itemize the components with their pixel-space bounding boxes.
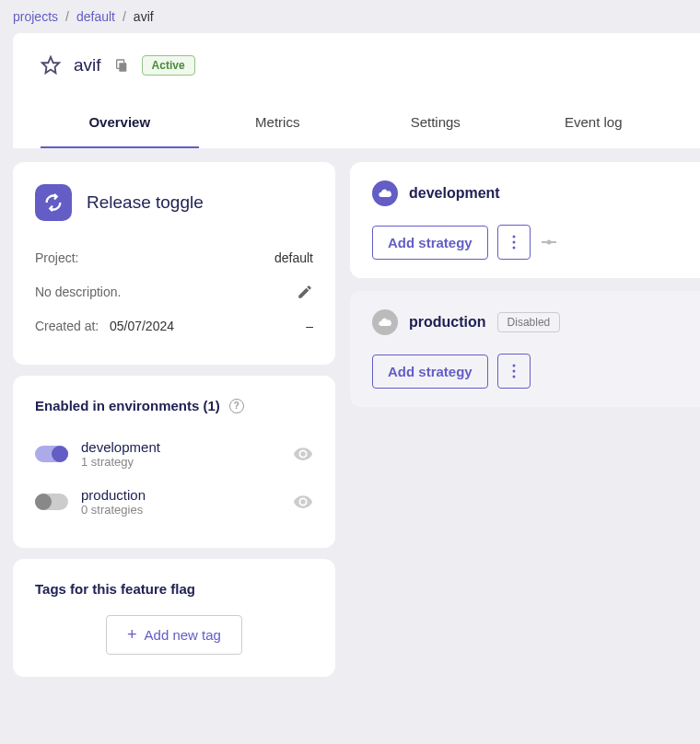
dots-vertical-icon <box>512 364 516 378</box>
project-row: Project: default <box>35 241 313 274</box>
more-button[interactable] <box>497 354 531 389</box>
svg-point-3 <box>512 236 515 238</box>
svg-rect-1 <box>119 63 126 71</box>
created-label: Created at: <box>35 319 99 333</box>
eye-icon[interactable] <box>293 492 313 512</box>
breadcrumb-projects[interactable]: projects <box>13 9 58 24</box>
tabs: Overview Metrics Settings Event log <box>13 98 700 148</box>
tab-overview[interactable]: Overview <box>41 98 199 148</box>
env-name: development <box>81 439 280 455</box>
env-sub: 1 strategy <box>81 455 280 469</box>
environments-card: Enabled in environments (1) ? developmen… <box>13 376 335 548</box>
env-card-development: development Add strategy <box>350 162 700 278</box>
star-icon[interactable] <box>41 55 61 76</box>
env-row-development: development 1 strategy <box>35 430 313 478</box>
created-value: 05/07/2024 <box>110 319 174 333</box>
env-row-production: production 0 strategies <box>35 478 313 526</box>
release-title: Release toggle <box>87 192 204 213</box>
env-actions: Add strategy <box>372 225 678 260</box>
disabled-badge: Disabled <box>497 312 561 332</box>
release-card: Release toggle Project: default No descr… <box>13 162 335 365</box>
breadcrumb-separator: / <box>65 9 69 24</box>
env-actions: Add strategy <box>372 354 678 389</box>
dots-vertical-icon <box>512 235 516 250</box>
add-strategy-button[interactable]: Add strategy <box>372 226 488 260</box>
tags-title: Tags for this feature flag <box>35 581 313 597</box>
svg-point-5 <box>512 247 515 250</box>
plus-icon: + <box>127 625 137 645</box>
breadcrumb-separator: / <box>122 9 126 24</box>
more-button[interactable] <box>497 225 531 260</box>
tab-metrics[interactable]: Metrics <box>199 98 357 148</box>
description-text: No description. <box>35 285 121 299</box>
title-row: avif Active <box>13 33 700 98</box>
environments-title: Enabled in environments (1) ? <box>35 398 313 413</box>
tab-eventlog[interactable]: Event log <box>515 98 673 148</box>
svg-point-9 <box>512 370 515 373</box>
svg-point-7 <box>546 240 551 245</box>
right-column: development Add strategy <box>350 162 700 407</box>
add-tag-button[interactable]: + Add new tag <box>106 615 242 655</box>
env-card-name: production <box>409 314 486 331</box>
archive-value: – <box>306 319 313 333</box>
env-card-name: development <box>409 185 500 202</box>
help-icon[interactable]: ? <box>229 399 244 413</box>
release-header: Release toggle <box>35 184 313 221</box>
tags-card: Tags for this feature flag + Add new tag <box>13 559 335 677</box>
breadcrumb: projects / default / avif <box>0 0 700 33</box>
svg-point-8 <box>512 365 515 367</box>
description-row: No description. <box>35 274 313 309</box>
env-info: production 0 strategies <box>81 487 280 517</box>
feature-title: avif <box>74 55 101 76</box>
tab-settings[interactable]: Settings <box>356 98 515 148</box>
svg-marker-0 <box>42 57 59 73</box>
env-info: development 1 strategy <box>81 439 280 469</box>
release-toggle-icon <box>35 184 72 221</box>
env-card-header: development <box>372 180 678 206</box>
toggle-production[interactable] <box>35 494 68 510</box>
env-sub: 0 strategies <box>81 503 280 517</box>
breadcrumb-current: avif <box>134 9 154 24</box>
breadcrumb-default[interactable]: default <box>76 9 115 24</box>
toggle-development[interactable] <box>35 446 68 462</box>
edit-icon[interactable] <box>297 284 313 300</box>
status-badge: Active <box>142 55 195 76</box>
left-column: Release toggle Project: default No descr… <box>13 162 335 677</box>
created-row: Created at: 05/07/2024 – <box>35 309 313 343</box>
svg-point-10 <box>512 376 515 378</box>
environments-title-text: Enabled in environments (1) <box>35 398 220 413</box>
svg-point-4 <box>512 241 515 244</box>
env-card-production: production Disabled Add strategy <box>350 291 700 407</box>
cloud-icon <box>372 180 398 206</box>
drag-handle-icon[interactable] <box>540 237 558 248</box>
created-at: Created at: 05/07/2024 <box>35 319 174 333</box>
project-value: default <box>274 250 313 265</box>
header-card: avif Active Overview Metrics Settings Ev… <box>13 33 700 148</box>
env-card-header: production Disabled <box>372 309 678 335</box>
project-label: Project: <box>35 250 78 265</box>
copy-icon[interactable] <box>114 58 129 73</box>
main-content: Release toggle Project: default No descr… <box>0 148 700 691</box>
add-strategy-button[interactable]: Add strategy <box>372 355 488 389</box>
add-tag-label: Add new tag <box>145 627 221 643</box>
env-name: production <box>81 487 280 503</box>
cloud-icon <box>372 309 398 335</box>
eye-icon[interactable] <box>293 444 313 464</box>
